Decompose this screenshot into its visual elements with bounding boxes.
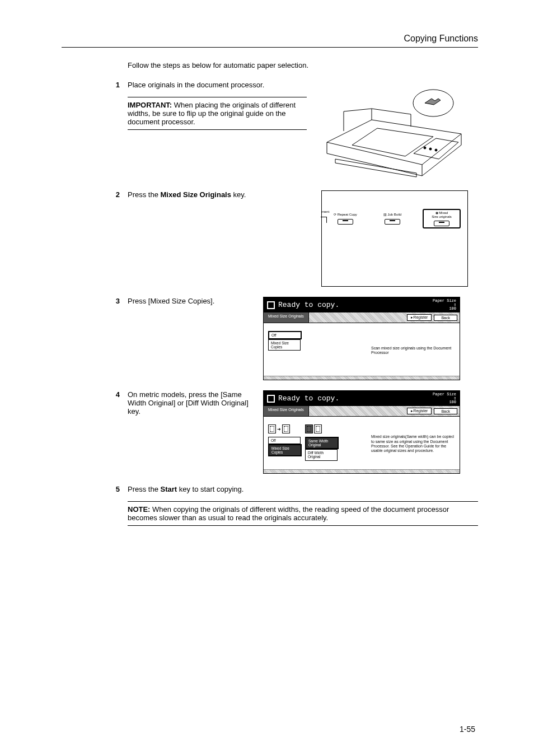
step-text-bold: Mixed Size Originals (161, 190, 231, 199)
manual-page: Copying Functions Follow the steps as be… (0, 0, 534, 756)
step-body: Press the Mixed Size Originals key. (128, 190, 321, 199)
important-label: IMPORTANT: (128, 101, 172, 109)
step-number: 1 (104, 81, 128, 89)
step-body: On metric models, press the [Same Width … (128, 390, 263, 416)
tab-mixed-size-originals: Mixed Size Originals (264, 312, 309, 323)
screen-title: Ready to copy. (278, 301, 339, 309)
step-text-bold: Start (161, 485, 177, 493)
note-text: When copying the originals of different … (128, 505, 449, 522)
screen-titlebar: Ready to copy. Paper Size ▯ 100 (264, 297, 460, 312)
step-number: 3 (104, 297, 128, 305)
step-text-post: key to start copying. (177, 485, 243, 493)
printer-illustration (321, 81, 467, 181)
repeat-copy-label: Repeat Copy (338, 213, 357, 216)
step-4: 4 On metric models, press the [Same Widt… (62, 390, 478, 474)
document-icon (267, 301, 275, 309)
svg-point-1 (424, 147, 426, 149)
mixed-size-copies-button: Mixed Size Copies (268, 444, 302, 456)
document-icon (267, 395, 275, 403)
option-buttons: Off Mixed Size Copies (268, 331, 302, 370)
screen-title: Ready to copy. (278, 394, 339, 403)
screen-description: Scan mixed size originals using the Docu… (371, 346, 455, 356)
screen-bottom-border (264, 469, 460, 473)
step-text-pre: Press the (128, 485, 161, 493)
note-label: NOTE: (128, 505, 150, 514)
screen-tabbar: Mixed Size Originals ▸Register Back (264, 312, 460, 323)
chapter-header: Copying Functions (62, 34, 478, 48)
width-options-column: Same Width Original Diff Width Original (305, 424, 339, 464)
off-button: Off (268, 331, 302, 339)
register-button: ▸Register (407, 314, 432, 321)
count-value: 100 (449, 306, 456, 311)
step-text: Place originals in the document processo… (128, 81, 264, 89)
figure-touchscreen-1: Ready to copy. Paper Size ▯ 100 Mixed Si… (263, 297, 465, 380)
step-3: 3 Press [Mixed Size Copies]. Ready to co… (62, 297, 478, 380)
step-text-pre: Press the (128, 190, 161, 199)
left-column: ➜ Off Mixed Size Copies (268, 424, 302, 464)
step-5: 5 Press the Start key to start copying. … (62, 485, 478, 526)
page-icon (268, 424, 276, 433)
count-value: 100 (449, 400, 456, 404)
mixed-size-originals-key: ◉ MixedSize originals (423, 209, 461, 228)
screen-tabbar: Mixed Size Originals ▸Register Back (264, 406, 460, 417)
diff-width-original-button: Diff Width Original (305, 449, 338, 460)
screen-titlebar: Ready to copy. Paper Size ▯ 100 (264, 391, 460, 406)
arrow-icon: ➜ (277, 427, 281, 432)
repeat-copy-key: ⟳ Repeat Copy (329, 213, 362, 225)
step-text-post: key. (231, 190, 246, 199)
page-icon (282, 424, 290, 433)
step-text: On metric models, press the [Same Width … (128, 390, 249, 416)
screen-body: ➜ Off Mixed Size Copies Same Width O (264, 417, 460, 469)
screen-body: Off Mixed Size Copies Scan mixed size or… (264, 323, 460, 376)
repeat-copy-icon: ⟳ (334, 213, 338, 216)
screen-bottom-border (264, 376, 460, 380)
page-icons-row (305, 424, 339, 433)
step-2: 2 Press the Mixed Size Originals key. me… (62, 190, 478, 287)
chapter-title: Copying Functions (404, 34, 478, 43)
paper-size-label: Paper Size (433, 392, 456, 396)
mixed-size-label-2: Size originals (432, 215, 452, 218)
figure-hardware-panel: ment ⟳ Repeat Copy ▥ Job Build ◉ MixedSi… (321, 190, 478, 287)
page-icon (305, 424, 313, 433)
hardware-panel: ment ⟳ Repeat Copy ▥ Job Build ◉ MixedSi… (321, 190, 468, 287)
step-number: 2 (104, 190, 128, 199)
job-build-label: Job Build (387, 213, 401, 216)
same-width-original-button: Same Width Original (305, 437, 339, 449)
step-text: Press [Mixed Size Copies]. (128, 297, 214, 305)
hardware-button (338, 219, 353, 225)
back-button: Back (434, 315, 457, 321)
off-button: Off (268, 437, 301, 444)
step-1: 1 Place originals in the document proces… (62, 81, 478, 181)
note-box: NOTE: When copying the originals of diff… (128, 501, 478, 526)
step-number: 4 (104, 390, 128, 399)
touchscreen-panel: Ready to copy. Paper Size ▯ 100 Mixed Si… (263, 390, 460, 474)
step-number: 5 (104, 485, 128, 493)
intro-text: Follow the steps as below for automatic … (128, 61, 478, 69)
register-button: ▸Register (407, 408, 432, 414)
important-note: IMPORTANT: When placing the originals of… (128, 97, 307, 130)
figure-printer (321, 81, 478, 181)
screen-description: Mixed size originals(Same width) can be … (371, 435, 455, 454)
figure-touchscreen-2: Ready to copy. Paper Size ▯ 100 Mixed Si… (263, 390, 465, 474)
touchscreen-panel: Ready to copy. Paper Size ▯ 100 Mixed Si… (263, 297, 460, 380)
mixed-size-copies-button: Mixed Size Copies (268, 339, 301, 351)
page-icon (314, 424, 322, 433)
back-button: Back (434, 408, 457, 414)
svg-point-2 (429, 148, 432, 150)
page-icons-row: ➜ (268, 424, 302, 433)
paper-size-label: Paper Size (433, 298, 456, 303)
tab-mixed-size-originals: Mixed Size Originals (264, 406, 309, 416)
step-body: Press the Start key to start copying. NO… (128, 485, 478, 526)
mixed-size-label-1: Mixed (439, 211, 448, 214)
job-build-key: ▥ Job Build (376, 213, 409, 225)
step-body: Place originals in the document processo… (128, 81, 321, 130)
svg-point-3 (435, 149, 437, 151)
hardware-button (434, 221, 449, 226)
hardware-keys-row: ⟳ Repeat Copy ▥ Job Build ◉ MixedSize or… (322, 209, 467, 228)
page-number: 1-55 (460, 725, 475, 734)
hardware-button (385, 219, 400, 225)
step-body: Press [Mixed Size Copies]. (128, 297, 263, 305)
